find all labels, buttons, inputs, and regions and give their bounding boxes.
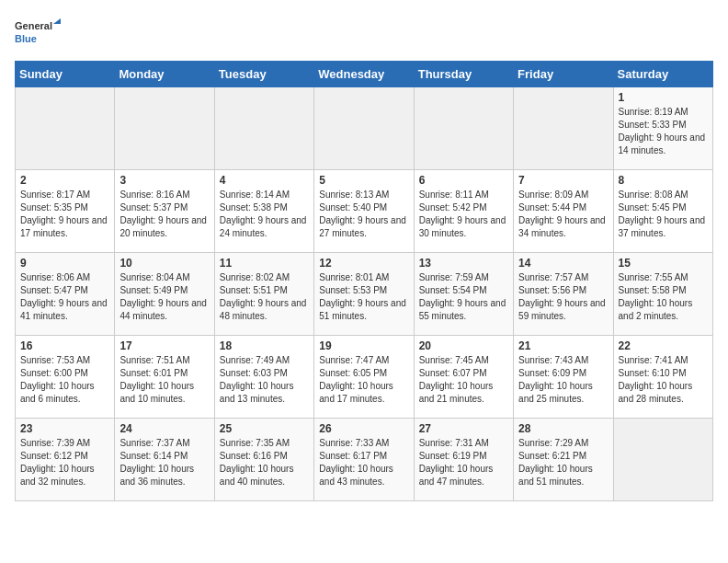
day-info: Sunrise: 8:16 AM Sunset: 5:37 PM Dayligh… [119, 189, 209, 240]
day-number: 1 [619, 91, 708, 104]
day-info: Sunrise: 7:29 AM Sunset: 6:21 PM Dayligh… [518, 437, 608, 488]
day-info: Sunrise: 7:49 AM Sunset: 6:03 PM Dayligh… [220, 354, 309, 406]
calendar-cell [613, 419, 712, 501]
calendar-cell: 8Sunrise: 8:08 AM Sunset: 5:45 PM Daylig… [613, 170, 712, 253]
calendar-cell: 22Sunrise: 7:41 AM Sunset: 6:10 PM Dayli… [613, 336, 712, 419]
svg-marker-1 [53, 18, 61, 24]
calendar-cell: 5Sunrise: 8:13 AM Sunset: 5:40 PM Daylig… [314, 170, 414, 253]
day-info: Sunrise: 7:55 AM Sunset: 5:58 PM Dayligh… [619, 271, 708, 323]
day-number: 25 [220, 422, 309, 435]
day-info: Sunrise: 8:06 AM Sunset: 5:47 PM Dayligh… [20, 271, 109, 323]
day-info: Sunrise: 8:17 AM Sunset: 5:35 PM Dayligh… [20, 189, 109, 240]
day-number: 14 [518, 257, 608, 270]
calendar-cell: 14Sunrise: 7:57 AM Sunset: 5:56 PM Dayli… [514, 253, 613, 336]
calendar-cell: 4Sunrise: 8:14 AM Sunset: 5:38 PM Daylig… [214, 170, 313, 253]
calendar-cell: 24Sunrise: 7:37 AM Sunset: 6:14 PM Dayli… [115, 419, 214, 501]
day-number: 6 [419, 174, 508, 187]
calendar-body: 1Sunrise: 8:19 AM Sunset: 5:33 PM Daylig… [16, 87, 713, 501]
day-info: Sunrise: 7:33 AM Sunset: 6:17 PM Dayligh… [319, 437, 408, 488]
day-number: 23 [20, 422, 109, 435]
week-row-4: 16Sunrise: 7:53 AM Sunset: 6:00 PM Dayli… [16, 336, 713, 419]
week-row-5: 23Sunrise: 7:39 AM Sunset: 6:12 PM Dayli… [16, 419, 713, 501]
day-info: Sunrise: 7:39 AM Sunset: 6:12 PM Dayligh… [20, 437, 109, 488]
calendar-cell: 15Sunrise: 7:55 AM Sunset: 5:58 PM Dayli… [613, 253, 712, 336]
logo: General Blue [15, 15, 61, 52]
day-info: Sunrise: 7:53 AM Sunset: 6:00 PM Dayligh… [20, 354, 109, 406]
day-info: Sunrise: 7:59 AM Sunset: 5:54 PM Dayligh… [419, 271, 508, 323]
day-info: Sunrise: 7:51 AM Sunset: 6:01 PM Dayligh… [119, 354, 209, 406]
day-number: 13 [419, 257, 508, 270]
day-number: 24 [119, 422, 209, 435]
day-info: Sunrise: 7:57 AM Sunset: 5:56 PM Dayligh… [518, 271, 608, 323]
day-number: 22 [619, 339, 708, 352]
calendar-cell: 12Sunrise: 8:01 AM Sunset: 5:53 PM Dayli… [314, 253, 414, 336]
day-number: 7 [518, 174, 608, 187]
day-info: Sunrise: 8:08 AM Sunset: 5:45 PM Dayligh… [619, 189, 708, 240]
day-number: 4 [220, 174, 309, 187]
calendar-cell: 10Sunrise: 8:04 AM Sunset: 5:49 PM Dayli… [115, 253, 214, 336]
day-number: 17 [119, 339, 209, 352]
header-row: SundayMondayTuesdayWednesdayThursdayFrid… [16, 62, 713, 87]
header: General Blue [15, 15, 713, 52]
day-number: 9 [20, 257, 109, 270]
day-info: Sunrise: 7:35 AM Sunset: 6:16 PM Dayligh… [220, 437, 309, 488]
calendar-cell: 7Sunrise: 8:09 AM Sunset: 5:44 PM Daylig… [514, 170, 613, 253]
week-row-3: 9Sunrise: 8:06 AM Sunset: 5:47 PM Daylig… [16, 253, 713, 336]
calendar-cell: 13Sunrise: 7:59 AM Sunset: 5:54 PM Dayli… [414, 253, 513, 336]
day-number: 27 [419, 422, 508, 435]
day-info: Sunrise: 7:31 AM Sunset: 6:19 PM Dayligh… [419, 437, 508, 488]
calendar-cell: 9Sunrise: 8:06 AM Sunset: 5:47 PM Daylig… [16, 253, 115, 336]
calendar-cell: 19Sunrise: 7:47 AM Sunset: 6:05 PM Dayli… [314, 336, 414, 419]
logo-svg: General Blue [15, 15, 61, 52]
day-info: Sunrise: 7:45 AM Sunset: 6:07 PM Dayligh… [419, 354, 508, 406]
calendar-cell [214, 87, 313, 170]
day-header-tuesday: Tuesday [214, 62, 313, 87]
calendar-cell: 16Sunrise: 7:53 AM Sunset: 6:00 PM Dayli… [16, 336, 115, 419]
calendar-cell: 21Sunrise: 7:43 AM Sunset: 6:09 PM Dayli… [514, 336, 613, 419]
day-number: 15 [619, 257, 708, 270]
day-info: Sunrise: 7:43 AM Sunset: 6:09 PM Dayligh… [518, 354, 608, 406]
day-info: Sunrise: 8:09 AM Sunset: 5:44 PM Dayligh… [518, 189, 608, 240]
calendar-header: SundayMondayTuesdayWednesdayThursdayFrid… [16, 62, 713, 87]
day-number: 8 [619, 174, 708, 187]
calendar-cell: 11Sunrise: 8:02 AM Sunset: 5:51 PM Dayli… [214, 253, 313, 336]
calendar-cell: 25Sunrise: 7:35 AM Sunset: 6:16 PM Dayli… [214, 419, 313, 501]
day-number: 16 [20, 339, 109, 352]
day-header-wednesday: Wednesday [314, 62, 414, 87]
day-info: Sunrise: 8:02 AM Sunset: 5:51 PM Dayligh… [220, 271, 309, 323]
day-info: Sunrise: 7:41 AM Sunset: 6:10 PM Dayligh… [619, 354, 708, 406]
calendar-cell: 27Sunrise: 7:31 AM Sunset: 6:19 PM Dayli… [414, 419, 513, 501]
day-number: 26 [319, 422, 408, 435]
calendar-cell: 2Sunrise: 8:17 AM Sunset: 5:35 PM Daylig… [16, 170, 115, 253]
day-number: 18 [220, 339, 309, 352]
day-info: Sunrise: 8:19 AM Sunset: 5:33 PM Dayligh… [619, 106, 708, 157]
svg-text:Blue: Blue [15, 33, 37, 44]
day-number: 5 [319, 174, 408, 187]
day-info: Sunrise: 8:01 AM Sunset: 5:53 PM Dayligh… [319, 271, 408, 323]
week-row-2: 2Sunrise: 8:17 AM Sunset: 5:35 PM Daylig… [16, 170, 713, 253]
day-info: Sunrise: 8:14 AM Sunset: 5:38 PM Dayligh… [220, 189, 309, 240]
calendar-cell: 3Sunrise: 8:16 AM Sunset: 5:37 PM Daylig… [115, 170, 214, 253]
day-number: 20 [419, 339, 508, 352]
calendar-table: SundayMondayTuesdayWednesdayThursdayFrid… [15, 61, 713, 501]
day-number: 10 [119, 257, 209, 270]
calendar-cell: 6Sunrise: 8:11 AM Sunset: 5:42 PM Daylig… [414, 170, 513, 253]
calendar-cell [314, 87, 414, 170]
calendar-cell: 26Sunrise: 7:33 AM Sunset: 6:17 PM Dayli… [314, 419, 414, 501]
day-info: Sunrise: 8:04 AM Sunset: 5:49 PM Dayligh… [119, 271, 209, 323]
day-header-saturday: Saturday [613, 62, 712, 87]
calendar-cell: 23Sunrise: 7:39 AM Sunset: 6:12 PM Dayli… [16, 419, 115, 501]
day-number: 21 [518, 339, 608, 352]
day-header-thursday: Thursday [414, 62, 513, 87]
calendar-cell [115, 87, 214, 170]
day-info: Sunrise: 7:37 AM Sunset: 6:14 PM Dayligh… [119, 437, 209, 488]
week-row-1: 1Sunrise: 8:19 AM Sunset: 5:33 PM Daylig… [16, 87, 713, 170]
calendar-cell: 28Sunrise: 7:29 AM Sunset: 6:21 PM Dayli… [514, 419, 613, 501]
calendar-cell [414, 87, 513, 170]
day-header-friday: Friday [514, 62, 613, 87]
day-info: Sunrise: 8:11 AM Sunset: 5:42 PM Dayligh… [419, 189, 508, 240]
day-info: Sunrise: 7:47 AM Sunset: 6:05 PM Dayligh… [319, 354, 408, 406]
calendar-cell: 20Sunrise: 7:45 AM Sunset: 6:07 PM Dayli… [414, 336, 513, 419]
calendar-cell: 18Sunrise: 7:49 AM Sunset: 6:03 PM Dayli… [214, 336, 313, 419]
day-number: 12 [319, 257, 408, 270]
